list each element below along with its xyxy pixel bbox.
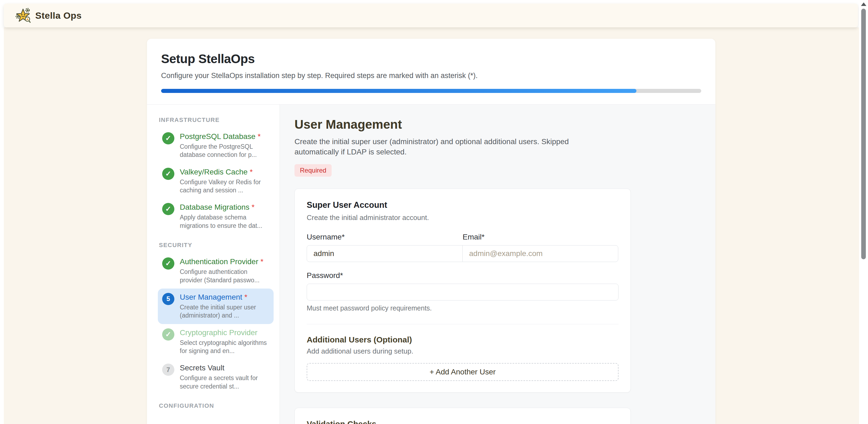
required-asterisk: * <box>252 203 255 211</box>
add-another-user-button[interactable]: + Add Another User <box>307 363 619 381</box>
super-user-card: Super User Account Create the initial ad… <box>294 189 631 393</box>
step-description-text: Create the initial super user (administr… <box>294 136 598 157</box>
step-description: Select cryptographic algorithms for sign… <box>180 339 269 355</box>
brand-title: Stella Ops <box>35 10 82 21</box>
section-security: SECURITY ✓ Authentication Provider* Conf… <box>158 242 274 395</box>
sidebar-item-cryptographic-provider[interactable]: ✓ Cryptographic Provider Select cryptogr… <box>158 324 274 360</box>
username-label: Username* <box>307 233 463 241</box>
page-background: Setup StellaOps Configure your StellaOps… <box>4 27 859 424</box>
scrollbar-thumb[interactable] <box>861 9 866 259</box>
password-label: Password* <box>307 271 619 280</box>
step-description: Create the initial super user (administr… <box>180 303 269 320</box>
section-label: CONFIGURATION <box>159 402 274 410</box>
step-title: Cryptographic Provider <box>180 328 257 337</box>
step-title: Database Migrations <box>180 203 249 211</box>
email-field[interactable] <box>462 245 618 262</box>
password-helper-text: Must meet password policy requirements. <box>307 304 619 312</box>
step-title: User Management <box>180 293 242 301</box>
step-description: Configure a secrets vault for secure cre… <box>180 374 269 390</box>
sidebar-item-postgresql-database[interactable]: ✓ PostgreSQL Database* Configure the Pos… <box>158 128 274 163</box>
section-configuration: CONFIGURATION <box>158 402 274 410</box>
section-infrastructure: INFRASTRUCTURE ✓ PostgreSQL Database* Co… <box>158 117 274 234</box>
setup-progress-bar <box>161 89 701 93</box>
step-heading: User Management <box>294 117 715 132</box>
check-icon: ✓ <box>162 257 174 269</box>
page-subtitle: Configure your StellaOps installation st… <box>161 71 701 80</box>
additional-users-subtitle: Add additional users during setup. <box>307 347 619 355</box>
step-description: Configure the PostgreSQL database connec… <box>180 142 269 159</box>
card-section-divider <box>307 324 619 324</box>
step-title: Valkey/Redis Cache <box>180 168 248 176</box>
steps-sidebar: INFRASTRUCTURE ✓ PostgreSQL Database* Co… <box>147 105 280 424</box>
step-number-badge: 7 <box>162 364 174 376</box>
stella-ops-logo-icon <box>15 8 31 23</box>
top-navbar: Stella Ops <box>4 3 858 27</box>
check-icon: ✓ <box>162 168 174 180</box>
card-subtitle: Create the initial administrator account… <box>307 214 619 222</box>
sidebar-item-valkey-redis-cache[interactable]: ✓ Valkey/Redis Cache* Configure Valkey o… <box>158 163 274 199</box>
scrollbar-track[interactable] <box>859 0 868 424</box>
check-icon: ✓ <box>162 328 174 340</box>
card-title: Super User Account <box>307 200 619 210</box>
step-title: Secrets Vault <box>180 364 224 372</box>
step-description: Apply database schema migrations to ensu… <box>180 213 269 230</box>
section-label: SECURITY <box>159 242 274 249</box>
validation-checks-card: Validation Checks connectivity Check pas… <box>294 408 631 424</box>
required-asterisk: * <box>258 132 260 141</box>
sidebar-item-authentication-provider[interactable]: ✓ Authentication Provider* Configure aut… <box>158 253 274 289</box>
step-description: Configure Valkey or Redis for caching an… <box>180 178 269 195</box>
step-content-area: User Management Create the initial super… <box>280 105 715 424</box>
additional-users-title: Additional Users (Optional) <box>307 335 619 344</box>
required-asterisk: * <box>244 293 247 301</box>
check-icon: ✓ <box>162 203 174 215</box>
required-badge: Required <box>294 164 332 177</box>
step-number-badge: 5 <box>162 293 174 305</box>
required-asterisk: * <box>250 168 253 176</box>
step-title: Authentication Provider <box>180 257 258 266</box>
password-field[interactable] <box>307 284 619 300</box>
section-label: INFRASTRUCTURE <box>159 117 274 124</box>
sidebar-item-secrets-vault[interactable]: 7 Secrets Vault Configure a secrets vaul… <box>158 359 274 395</box>
setup-header: Setup StellaOps Configure your StellaOps… <box>147 39 715 104</box>
sidebar-item-database-migrations[interactable]: ✓ Database Migrations* Apply database sc… <box>158 199 274 234</box>
setup-panel: Setup StellaOps Configure your StellaOps… <box>147 39 715 424</box>
email-label: Email* <box>463 233 619 241</box>
scrollbar-up-arrow-icon[interactable] <box>861 2 866 6</box>
sidebar-item-user-management[interactable]: 5 User Management* Create the initial su… <box>158 289 274 324</box>
validation-card-title: Validation Checks <box>307 419 619 424</box>
required-asterisk: * <box>260 257 264 266</box>
check-icon: ✓ <box>162 132 174 144</box>
step-title: PostgreSQL Database <box>180 132 255 141</box>
username-field[interactable] <box>307 245 463 262</box>
setup-progress-fill <box>161 89 637 93</box>
step-description: Configure authentication provider (Stand… <box>180 268 269 284</box>
page-title: Setup StellaOps <box>161 52 701 66</box>
